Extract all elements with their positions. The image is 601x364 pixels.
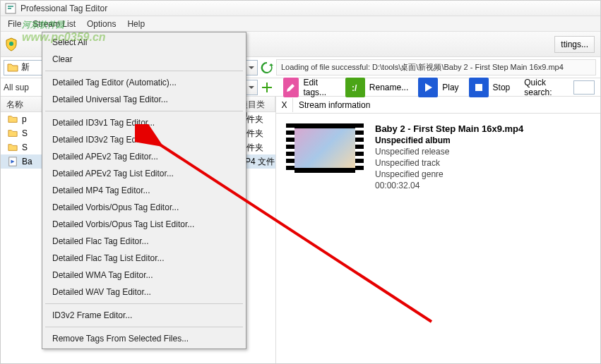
filter-dropdown[interactable]	[245, 80, 258, 95]
stream-genre: Unspecified genre	[375, 169, 523, 179]
menu-id3v1[interactable]: Detailed ID3v1 Tag Editor...	[44, 114, 244, 131]
menu-flac-list[interactable]: Detailed Flac Tag List Editor...	[44, 250, 244, 267]
rename-icon: :/	[345, 78, 365, 97]
menu-flac[interactable]: Detailed Flac Tag Editor...	[44, 233, 244, 250]
refresh-icon[interactable]	[261, 61, 273, 74]
chevron-down-icon	[249, 65, 254, 71]
title-bar: Professional Tag Editor	[1, 1, 600, 16]
menu-wma[interactable]: Detailed WMA Tag Editor...	[44, 267, 244, 284]
menu-separator	[45, 303, 243, 304]
window-title: Professional Tag Editor	[20, 4, 107, 13]
folder-icon	[8, 114, 18, 124]
settings-button[interactable]: ttings...	[554, 36, 595, 53]
stop-label: Stop	[493, 83, 511, 92]
video-file-icon	[8, 157, 18, 166]
edit-tags-label: Edit tags...	[303, 78, 335, 97]
menu-wav[interactable]: Detailed WAV Tag Editor...	[44, 284, 244, 301]
folder-path-text: 新	[21, 61, 30, 73]
svg-text::/: :/	[352, 83, 357, 93]
detail-pane: X Stream information Baby 2 - First Step…	[276, 97, 600, 363]
menu-apev2-list[interactable]: Detailed APEv2 Tag List Editor...	[44, 165, 244, 182]
stream-info: Baby 2 - First Step Main 16x9.mp4 Unspec…	[375, 123, 523, 353]
status-text: Loading of file successful: D:\tools\桌面\…	[276, 59, 596, 75]
stream-release: Unspecified release	[375, 147, 523, 157]
stop-button[interactable]: Stop	[468, 76, 512, 99]
app-icon	[5, 3, 16, 14]
menu-remove-tags[interactable]: Remove Tags From Selected Files...	[44, 330, 244, 347]
menu-file[interactable]: File	[2, 17, 27, 31]
folder-icon	[8, 128, 18, 138]
folder-icon	[8, 142, 18, 152]
play-button[interactable]: Play	[417, 76, 460, 99]
menu-vorbis[interactable]: Detailed Vorbis/Opus Tag Editor...	[44, 199, 244, 216]
shield-icon[interactable]	[4, 37, 19, 52]
folder-icon	[7, 62, 18, 73]
path-dropdown[interactable]	[245, 60, 258, 75]
pencil-icon	[283, 78, 299, 97]
stream-header-label: Stream information	[293, 98, 376, 112]
menu-mp4[interactable]: Detailed MP4 Tag Editor...	[44, 182, 244, 199]
play-label: Play	[442, 83, 458, 92]
stream-body: Baby 2 - First Step Main 16x9.mp4 Unspec…	[276, 114, 600, 363]
menu-clear[interactable]: Clear	[44, 51, 244, 68]
menu-bar: File Stream List Options Help	[1, 16, 600, 32]
rename-button[interactable]: :/ Rename...	[344, 76, 410, 99]
stream-list-menu: Select All Clear Detailed Tag Editor (Au…	[42, 32, 246, 349]
chevron-down-icon	[249, 85, 254, 90]
plus-icon[interactable]	[261, 81, 273, 94]
menu-options[interactable]: Options	[81, 17, 121, 31]
menu-stream-list[interactable]: Stream List	[27, 17, 81, 31]
toolbar-left	[1, 32, 22, 57]
stream-track: Unspecified track	[375, 158, 523, 168]
stream-duration: 00:00:32.04	[375, 181, 523, 190]
stop-icon	[469, 78, 489, 97]
settings-label: ttings...	[561, 40, 588, 49]
stream-album: Unspecified album	[375, 135, 523, 145]
svg-point-1	[9, 42, 13, 46]
menu-id3v2[interactable]: Detailed ID3v2 Tag Editor...	[44, 131, 244, 148]
edit-tags-button[interactable]: Edit tags...	[282, 76, 337, 99]
filmstrip-frame	[286, 123, 364, 173]
menu-apev2[interactable]: Detailed APEv2 Tag Editor...	[44, 148, 244, 165]
close-stream-x[interactable]: X	[276, 98, 293, 112]
menu-detailed-universal[interactable]: Detailed Universal Tag Editor...	[44, 91, 244, 108]
filter-label: All sup	[4, 83, 29, 92]
menu-separator	[45, 327, 243, 327]
menu-separator	[45, 111, 243, 111]
thumbnail	[286, 123, 364, 353]
menu-help[interactable]: Help	[121, 17, 150, 31]
quick-search-label: Quick search:	[524, 78, 566, 97]
quick-search-input[interactable]	[573, 80, 595, 95]
svg-rect-3	[475, 84, 482, 91]
menu-detailed-auto[interactable]: Detailed Tag Editor (Automatic)...	[44, 74, 244, 91]
menu-vorbis-list[interactable]: Detailed Vorbis/Opus Tag List Editor...	[44, 216, 244, 233]
menu-separator	[45, 71, 243, 71]
stream-header: X Stream information	[276, 97, 600, 114]
play-icon	[418, 78, 438, 97]
rename-label: Rename...	[369, 83, 408, 92]
menu-select-all[interactable]: Select All	[44, 34, 244, 51]
stream-title: Baby 2 - First Step Main 16x9.mp4	[375, 123, 523, 134]
menu-id3v2-frame[interactable]: ID3v2 Frame Editor...	[44, 307, 244, 324]
thumbnail-image	[294, 128, 355, 168]
